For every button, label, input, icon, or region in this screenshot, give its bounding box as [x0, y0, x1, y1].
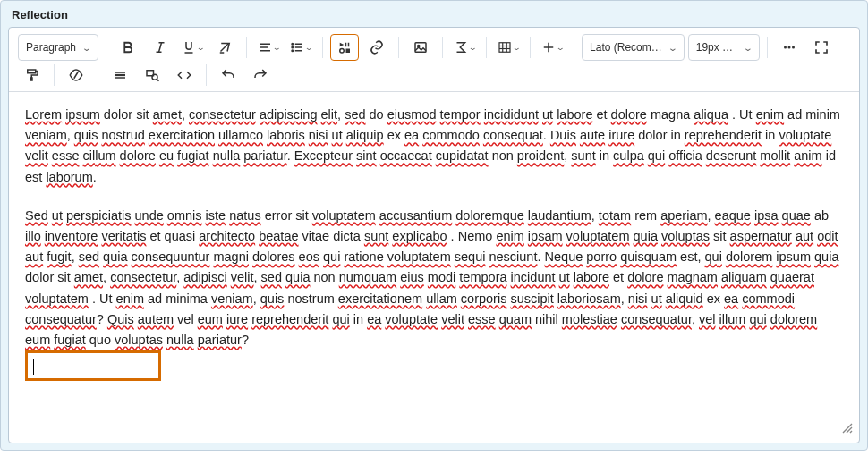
separator: [322, 37, 323, 58]
chevron-down-icon: ⌄: [81, 43, 91, 53]
undo-icon: [220, 67, 236, 83]
ellipsis-icon: [781, 39, 797, 55]
align-button[interactable]: ⌄: [254, 34, 283, 61]
separator: [398, 37, 399, 58]
toolbar-row-1: Paragraph ⌄ ⌄ ⌄: [9, 28, 859, 63]
paragraph-2: Sed ut perspiciatis unde omnis iste natu…: [25, 206, 843, 350]
font-family-label: Lato (Recom…: [590, 41, 662, 54]
redo-button[interactable]: [246, 62, 275, 89]
cursor-highlight: [25, 350, 161, 381]
link-icon: [369, 39, 385, 55]
svg-point-10: [292, 46, 294, 48]
underline-icon: [181, 39, 197, 55]
chevron-down-icon: ⌄: [668, 43, 677, 53]
plus-icon: [540, 39, 557, 55]
svg-rect-17: [348, 43, 350, 47]
align-icon: [257, 39, 273, 55]
svg-point-38: [152, 74, 157, 80]
source-code-button[interactable]: [170, 62, 199, 89]
link-button[interactable]: [362, 34, 391, 61]
insert-button[interactable]: ⌄: [538, 34, 566, 61]
separator: [486, 37, 487, 58]
accessibility-button[interactable]: [62, 62, 90, 89]
svg-line-39: [157, 79, 158, 80]
image-icon: [413, 39, 429, 55]
list-button[interactable]: ⌄: [286, 34, 315, 61]
editor-frame: Paragraph ⌄ ⌄ ⌄: [8, 27, 860, 443]
separator: [54, 64, 55, 86]
svg-point-11: [292, 50, 294, 52]
media-embed-icon: [336, 39, 353, 55]
chevron-down-icon: ⌄: [196, 43, 206, 52]
svg-rect-33: [31, 78, 33, 80]
find-replace-button[interactable]: [138, 62, 166, 89]
bold-button[interactable]: [114, 34, 142, 61]
resize-handle-icon[interactable]: [841, 422, 854, 437]
underline-button[interactable]: ⌄: [178, 34, 207, 61]
bold-icon: [120, 39, 136, 55]
svg-rect-19: [346, 49, 351, 54]
svg-point-31: [792, 46, 795, 49]
hr-button[interactable]: [106, 62, 134, 89]
paragraph-format-label: Paragraph: [26, 41, 76, 54]
italic-icon: [152, 39, 168, 55]
svg-point-30: [787, 46, 790, 49]
svg-rect-22: [499, 43, 510, 53]
separator: [246, 37, 247, 58]
fullscreen-icon: [813, 39, 830, 55]
chevron-down-icon: ⌄: [743, 43, 753, 53]
editor-content[interactable]: Lorem ipsum dolor sit amet, consectetur …: [9, 92, 859, 443]
italic-button[interactable]: [146, 34, 174, 61]
table-icon: [497, 39, 513, 55]
media-embed-button[interactable]: [330, 34, 359, 61]
font-family-dropdown[interactable]: Lato (Recom… ⌄: [582, 34, 685, 61]
chevron-down-icon: ⌄: [556, 43, 566, 52]
chevron-down-icon: ⌄: [304, 43, 314, 52]
toolbar-row-2: [9, 63, 859, 92]
hr-icon: [112, 67, 128, 83]
svg-point-29: [784, 46, 787, 49]
find-replace-icon: [144, 67, 160, 83]
list-icon: [289, 39, 305, 55]
sigma-icon: [453, 39, 469, 55]
svg-marker-15: [340, 43, 345, 47]
paragraph-format-dropdown[interactable]: Paragraph ⌄: [18, 34, 98, 61]
undo-button[interactable]: [214, 62, 243, 89]
accessibility-icon: [68, 67, 84, 83]
code-icon: [176, 67, 192, 83]
chevron-down-icon: ⌄: [512, 43, 522, 52]
text-cursor: [33, 359, 34, 375]
panel-title: Reflection: [8, 6, 860, 27]
more-button[interactable]: [775, 34, 804, 61]
format-painter-button[interactable]: [18, 62, 47, 89]
svg-line-2: [159, 43, 162, 53]
separator: [767, 37, 768, 58]
separator: [98, 64, 98, 86]
equation-button[interactable]: ⌄: [450, 34, 479, 61]
separator: [442, 37, 443, 58]
font-size-dropdown[interactable]: 19px … ⌄: [688, 34, 760, 61]
svg-rect-32: [28, 70, 36, 73]
svg-rect-20: [415, 43, 426, 53]
clear-format-icon: [217, 39, 233, 55]
image-button[interactable]: [406, 34, 435, 61]
editor-panel: Reflection Paragraph ⌄ ⌄: [0, 0, 868, 451]
separator: [530, 37, 531, 58]
svg-point-9: [292, 44, 294, 46]
fullscreen-button[interactable]: [807, 34, 836, 61]
separator: [206, 64, 207, 86]
clear-format-button[interactable]: [210, 34, 239, 61]
redo-icon: [252, 67, 268, 83]
table-button[interactable]: ⌄: [494, 34, 523, 61]
svg-point-18: [340, 49, 345, 54]
chevron-down-icon: ⌄: [468, 43, 478, 52]
paint-roller-icon: [24, 67, 40, 83]
font-size-label: 19px …: [696, 41, 733, 54]
separator: [106, 37, 106, 58]
svg-rect-16: [345, 43, 347, 47]
chevron-down-icon: ⌄: [272, 43, 282, 52]
paragraph-1: Lorem ipsum dolor sit amet, consectetur …: [25, 105, 843, 188]
separator: [574, 37, 574, 58]
